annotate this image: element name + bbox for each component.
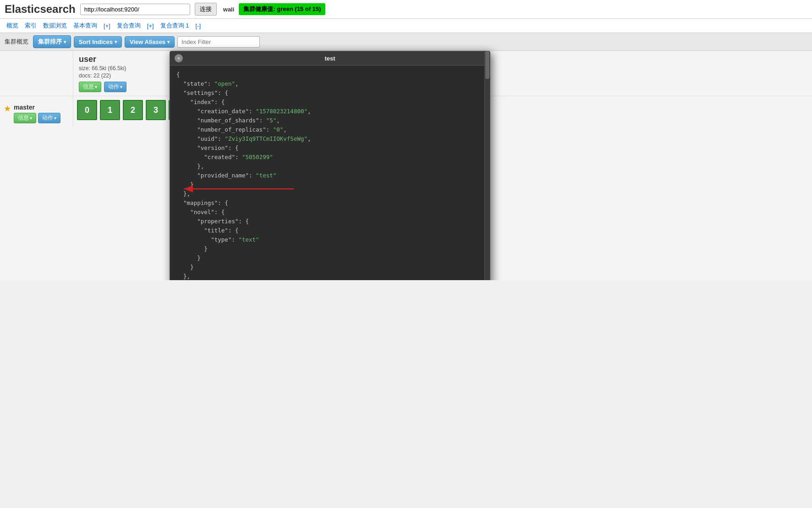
sort-indices-button[interactable]: Sort Indices ▾ [74, 36, 122, 48]
url-input[interactable] [80, 4, 190, 15]
main-area: user size: 66.5ki (66.5ki) docs: 22 (22)… [0, 51, 812, 280]
modal-title-bar: × test [170, 51, 490, 66]
nav-compound-query[interactable]: 复合查询 [115, 21, 143, 31]
nav-compound-query-remove[interactable]: [-] [194, 22, 203, 30]
nav-basic-query[interactable]: 基本查询 [71, 21, 99, 31]
view-aliases-caret: ▾ [167, 39, 170, 44]
modal-title: test [324, 55, 335, 62]
modal-overlay: × test { "state": "open", "settings": { … [0, 51, 812, 280]
nav-bar: 概览 索引 数据浏览 基本查询 [+] 复合查询 [+] 复合查询 1 [-] [0, 19, 812, 33]
cluster-sort-button[interactable]: 集群排序 ▾ [33, 35, 71, 48]
index-filter-input[interactable] [177, 36, 260, 48]
toolbar: 集群概览 集群排序 ▾ Sort Indices ▾ View Aliases … [0, 33, 812, 51]
modal-scrollbar[interactable] [484, 51, 490, 280]
cluster-overview-label: 集群概览 [5, 38, 28, 46]
connect-button[interactable]: 连接 [195, 3, 217, 16]
modal-body[interactable]: { "state": "open", "settings": { "index"… [170, 66, 490, 280]
cluster-sort-caret: ▾ [64, 39, 66, 44]
nav-basic-query-add[interactable]: [+] [102, 22, 112, 30]
json-modal: × test { "state": "open", "settings": { … [170, 51, 490, 280]
view-aliases-button[interactable]: View Aliases ▾ [125, 36, 175, 48]
health-badge: 集群健康值: green (15 of 15) [239, 3, 325, 15]
nav-compound-query-add[interactable]: [+] [145, 22, 156, 30]
modal-close-button[interactable]: × [175, 54, 183, 62]
arrow-indicator [179, 184, 298, 194]
sort-indices-caret: ▾ [115, 39, 117, 44]
nav-overview[interactable]: 概览 [5, 21, 20, 31]
modal-scroll-thumb[interactable] [485, 51, 489, 79]
nav-index[interactable]: 索引 [23, 21, 38, 31]
nav-compound-query-1[interactable]: 复合查询 1 [159, 21, 191, 31]
header: Elasticsearch 连接 wali 集群健康值: green (15 o… [0, 0, 812, 19]
app-logo: Elasticsearch [5, 3, 76, 16]
user-label: wali [223, 6, 235, 13]
nav-data-browse[interactable]: 数据浏览 [41, 21, 69, 31]
